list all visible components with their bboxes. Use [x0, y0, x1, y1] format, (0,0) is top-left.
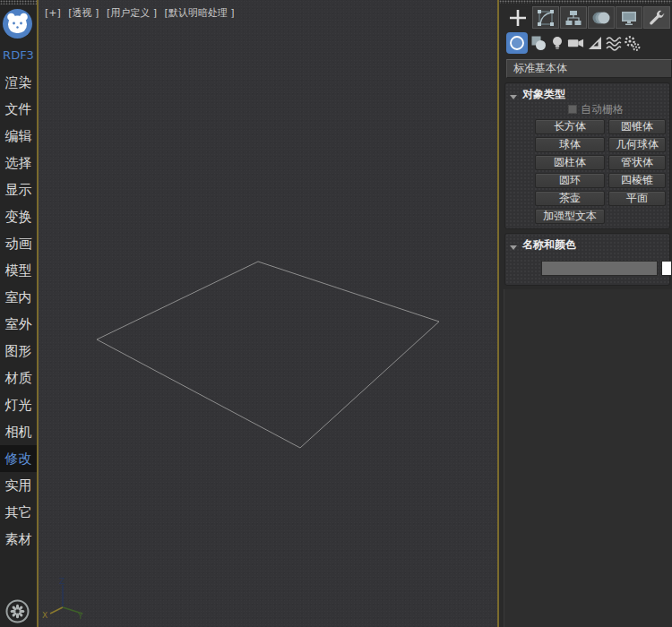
axis-tripod-gizmo: Z X Y — [42, 577, 83, 621]
settings-gear-button[interactable] — [5, 599, 30, 623]
viewport-menu-view[interactable]: [用户定义 ] — [107, 7, 157, 19]
utilities-wrench-icon — [648, 9, 666, 27]
sidebar-item-camera[interactable]: 相机 — [0, 418, 37, 445]
command-panel-tabs — [504, 6, 670, 29]
sidebar-item-utility[interactable]: 实用 — [0, 472, 37, 499]
category-systems[interactable] — [624, 32, 641, 54]
object-name-input[interactable] — [541, 261, 658, 276]
pyramid-button[interactable]: 四棱锥 — [608, 173, 666, 188]
create-categories — [506, 31, 641, 55]
torus-button[interactable]: 圆环 — [535, 173, 605, 188]
panel-grip-texture — [499, 0, 672, 4]
sidebar-item-modify[interactable]: 修改 — [0, 445, 37, 472]
teapot-button[interactable]: 茶壶 — [535, 191, 605, 206]
command-panel: 标准基本体 对象类型 自动栅格 长方体 圆锥体 球体 几何球体 圆柱体 管状体 … — [499, 0, 672, 627]
sidebar-item-select[interactable]: 选择 — [0, 150, 37, 176]
sidebar-item-interior[interactable]: 室内 — [0, 284, 37, 311]
sidebar-item-animation[interactable]: 动画 — [0, 230, 37, 257]
category-geometry[interactable] — [506, 32, 528, 54]
sidebar-item-lights[interactable]: 灯光 — [0, 391, 37, 418]
viewport-label-bar: [+] [透视 ] [用户定义 ] [默认明暗处理 ] — [45, 6, 239, 20]
tube-button[interactable]: 管状体 — [608, 155, 666, 170]
axis-z-label: Z — [59, 577, 65, 586]
tab-motion[interactable] — [588, 6, 615, 29]
sidebar-item-shapes[interactable]: 图形 — [0, 338, 37, 365]
sidebar-item-file[interactable]: 文件 — [0, 96, 37, 123]
rollout-collapse-icon — [510, 245, 517, 250]
hierarchy-tab-icon — [564, 9, 582, 27]
sidebar-item-assets[interactable]: 素材 — [0, 526, 37, 553]
sphere-button[interactable]: 球体 — [535, 137, 605, 152]
tab-hierarchy[interactable] — [560, 6, 587, 29]
viewport-menu-pov[interactable]: [透视 ] — [68, 7, 99, 19]
modify-tab-icon — [537, 9, 555, 27]
perspective-viewport[interactable]: Z X Y [+] [透视 ] [用户定义 ] [默认明暗处理 ] — [37, 0, 499, 627]
create-plus-icon — [508, 8, 528, 28]
rollout-name-and-color: 名称和颜色 — [504, 233, 670, 286]
cone-button[interactable]: 圆锥体 — [608, 119, 666, 134]
object-color-swatch[interactable] — [661, 261, 672, 276]
rollout-title: 名称和颜色 — [522, 238, 576, 251]
tab-utilities[interactable] — [643, 6, 670, 29]
sidebar-item-material[interactable]: 材质 — [0, 365, 37, 391]
display-tab-icon — [620, 9, 638, 27]
lights-bulb-icon — [549, 35, 565, 51]
gear-icon — [5, 599, 30, 623]
axis-x-label: X — [42, 611, 47, 620]
sidebar-menu: 渲染 文件 编辑 选择 显示 变换 动画 模型 室内 室外 图形 材质 灯光 相… — [0, 69, 37, 553]
category-space-warps[interactable] — [605, 32, 622, 54]
sidebar-item-exterior[interactable]: 室外 — [0, 311, 37, 338]
rollout-title: 对象类型 — [522, 88, 565, 100]
shapes-icon — [530, 35, 547, 51]
motion-tab-icon — [592, 9, 610, 27]
plane-button[interactable]: 平面 — [608, 191, 666, 206]
bear-logo-icon — [3, 9, 32, 39]
helpers-triangle-icon — [587, 35, 603, 51]
object-type-buttons: 长方体 圆锥体 球体 几何球体 圆柱体 管状体 圆环 四棱锥 茶壶 平面 加强型… — [535, 119, 669, 224]
brand-label: RDF3 — [0, 48, 37, 62]
geometry-icon — [508, 34, 526, 52]
category-shapes[interactable] — [530, 32, 547, 54]
category-lights[interactable] — [548, 32, 565, 54]
tab-create[interactable] — [504, 6, 531, 29]
sidebar-item-model[interactable]: 模型 — [0, 257, 37, 284]
cylinder-button[interactable]: 圆柱体 — [535, 155, 605, 170]
sidebar-item-transform[interactable]: 变换 — [0, 203, 37, 230]
primitive-category-dropdown[interactable]: 标准基本体 — [506, 59, 672, 78]
viewport-menu-shading[interactable]: [默认明暗处理 ] — [165, 7, 235, 19]
tab-display[interactable] — [616, 6, 642, 29]
sidebar-item-edit[interactable]: 编辑 — [0, 123, 37, 150]
textplus-button[interactable]: 加强型文本 — [535, 209, 605, 224]
sidebar-item-render[interactable]: 渲染 — [0, 69, 37, 96]
left-sidebar: RDF3 渲染 文件 编辑 选择 显示 变换 动画 模型 室内 室外 图形 材质… — [0, 0, 37, 627]
cameras-icon — [567, 35, 584, 51]
panel-empty-area — [504, 289, 672, 627]
autogrid-checkbox[interactable] — [568, 105, 577, 114]
rollout-name-color-header[interactable]: 名称和颜色 — [505, 234, 669, 250]
category-helpers[interactable] — [586, 32, 603, 54]
viewport-canvas[interactable]: Z X Y — [39, 0, 497, 627]
geosphere-button[interactable]: 几何球体 — [608, 137, 666, 152]
autogrid-row: 自动栅格 — [568, 102, 669, 115]
tab-modify[interactable] — [532, 6, 559, 29]
rollout-collapse-icon — [510, 95, 517, 99]
rollout-object-type: 对象类型 自动栅格 长方体 圆锥体 球体 几何球体 圆柱体 管状体 圆环 四棱锥… — [504, 82, 670, 229]
sidebar-grip-texture — [0, 0, 37, 4]
sidebar-item-other[interactable]: 其它 — [0, 499, 37, 526]
sidebar-item-display[interactable]: 显示 — [0, 176, 37, 203]
systems-gears-icon — [624, 35, 641, 52]
category-cameras[interactable] — [567, 32, 584, 54]
autogrid-label: 自动栅格 — [581, 103, 624, 116]
axis-y-label: Y — [77, 612, 83, 621]
rollout-object-type-header[interactable]: 对象类型 — [505, 83, 669, 99]
plane-wireframe[interactable] — [97, 262, 439, 448]
box-button[interactable]: 长方体 — [535, 119, 605, 134]
space-warps-waves-icon — [606, 35, 622, 51]
app-logo[interactable] — [3, 9, 32, 39]
viewport-menu-general[interactable]: [+] — [45, 7, 61, 19]
